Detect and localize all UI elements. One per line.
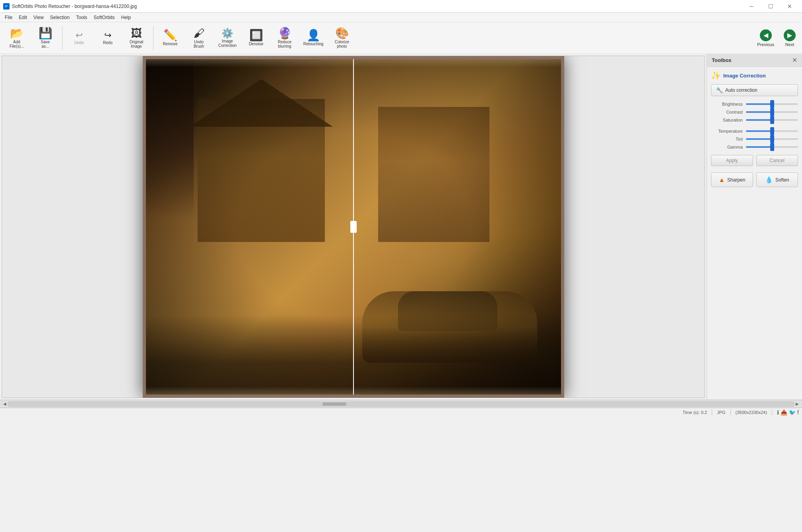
toolbox-title: Toolbox bbox=[712, 57, 732, 63]
panel-header: ✨ Image Correction bbox=[711, 71, 798, 80]
window-controls: ─ ☐ ✕ bbox=[742, 0, 799, 13]
menu-selection[interactable]: Selection bbox=[47, 14, 73, 21]
save-as-button[interactable]: 💾 Save as... bbox=[32, 25, 59, 52]
sharpen-button[interactable]: ▲ Sharpen bbox=[711, 172, 753, 187]
undo-brush-button[interactable]: 🖌 Undo Brush bbox=[185, 25, 212, 52]
apply-button[interactable]: Apply bbox=[711, 155, 753, 166]
close-button[interactable]: ✕ bbox=[781, 0, 799, 13]
image-correction-panel: ✨ Image Correction 🔧 Auto correction Bri… bbox=[707, 67, 802, 400]
title-bar: P SoftOrbits Photo Retoucher - borgward-… bbox=[0, 0, 802, 13]
menu-help[interactable]: Help bbox=[118, 14, 134, 21]
brightness-thumb[interactable] bbox=[770, 100, 774, 108]
add-files-button[interactable]: 📂 Add File(s)... bbox=[3, 25, 30, 52]
canvas-area[interactable] bbox=[2, 56, 705, 398]
menu-view[interactable]: View bbox=[30, 14, 47, 21]
gamma-label: Gamma bbox=[711, 145, 743, 149]
time-status: Time (s): 0.2 bbox=[683, 410, 707, 415]
effect-row: ▲ Sharpen 💧 Soften bbox=[711, 172, 798, 187]
wand-icon: 🔧 bbox=[716, 87, 723, 93]
toolbox-header: Toolbox ✕ bbox=[707, 54, 802, 67]
image-correction-panel-icon: ✨ bbox=[711, 71, 721, 80]
sharpen-icon: ▲ bbox=[718, 176, 725, 184]
brightness-row: Brightness bbox=[711, 102, 798, 106]
colorize-photo-icon: 🎨 bbox=[335, 28, 349, 39]
scroll-track[interactable] bbox=[8, 402, 794, 406]
menu-tools[interactable]: Tools bbox=[73, 14, 90, 21]
saturation-thumb[interactable] bbox=[770, 116, 774, 124]
horizontal-scrollbar[interactable]: ◀ ▶ bbox=[0, 400, 802, 408]
scroll-right-button[interactable]: ▶ bbox=[794, 401, 800, 407]
undo-brush-icon: 🖌 bbox=[193, 28, 204, 39]
scroll-thumb[interactable] bbox=[322, 402, 346, 406]
original-image-button[interactable]: 🖼 Original Image bbox=[123, 25, 150, 52]
gamma-slider[interactable] bbox=[746, 146, 798, 148]
status-sep-1 bbox=[712, 410, 712, 415]
status-sep-2 bbox=[730, 410, 731, 415]
status-icons: ℹ 📤 🐦 f bbox=[777, 409, 799, 416]
share-icon[interactable]: 📤 bbox=[781, 409, 787, 416]
brightness-slider[interactable] bbox=[746, 103, 798, 105]
retouching-icon: 👤 bbox=[307, 30, 320, 41]
tint-slider[interactable] bbox=[746, 138, 798, 140]
split-handle[interactable] bbox=[350, 221, 357, 233]
toolbox-panel: Toolbox ✕ ✨ Image Correction 🔧 Auto corr… bbox=[707, 54, 802, 400]
photo-display bbox=[143, 56, 564, 398]
image-correction-icon: ⚙️ bbox=[221, 29, 233, 38]
tint-row: Tint bbox=[711, 137, 798, 141]
maximize-button[interactable]: ☐ bbox=[761, 0, 780, 13]
saturation-slider[interactable] bbox=[746, 119, 798, 121]
colorize-photo-button[interactable]: 🎨 Colorize photo bbox=[328, 25, 355, 52]
image-correction-button[interactable]: ⚙️ Image Correction bbox=[214, 25, 241, 52]
soften-button[interactable]: 💧 Soften bbox=[756, 172, 798, 187]
retouching-button[interactable]: 👤 Retouching bbox=[300, 25, 327, 52]
soften-icon: 💧 bbox=[765, 176, 773, 184]
reduce-blurring-icon: 🔮 bbox=[278, 28, 292, 39]
temperature-thumb[interactable] bbox=[770, 127, 774, 135]
toolbar-separator-2 bbox=[153, 26, 153, 50]
image-correction-panel-title: Image Correction bbox=[723, 73, 766, 79]
undo-button[interactable]: ↩ Undo bbox=[66, 25, 93, 52]
tint-thumb[interactable] bbox=[770, 135, 774, 143]
original-image-icon: 🖼 bbox=[131, 28, 142, 39]
title-bar-left: P SoftOrbits Photo Retoucher - borgward-… bbox=[3, 3, 137, 10]
menu-softorbits[interactable]: SoftOrbits bbox=[90, 14, 118, 21]
minimize-button[interactable]: ─ bbox=[742, 0, 761, 13]
contrast-thumb[interactable] bbox=[770, 108, 774, 116]
next-arrow-icon: ▶ bbox=[784, 29, 796, 41]
temperature-slider[interactable] bbox=[746, 130, 798, 132]
gamma-thumb[interactable] bbox=[770, 143, 774, 151]
toolbox-close-button[interactable]: ✕ bbox=[792, 56, 797, 64]
remove-icon: ✏️ bbox=[163, 30, 177, 41]
menu-edit[interactable]: Edit bbox=[16, 14, 30, 21]
cancel-button[interactable]: Cancel bbox=[756, 155, 798, 166]
add-files-icon: 📂 bbox=[10, 28, 24, 39]
tint-label: Tint bbox=[711, 137, 743, 141]
reduce-blurring-button[interactable]: 🔮 Reduce blurring bbox=[271, 25, 298, 52]
apply-cancel-row: Apply Cancel bbox=[711, 155, 798, 166]
info-icon[interactable]: ℹ bbox=[777, 409, 779, 416]
contrast-row: Contrast bbox=[711, 110, 798, 114]
gamma-row: Gamma bbox=[711, 145, 798, 149]
contrast-slider[interactable] bbox=[746, 111, 798, 113]
gamma-fill bbox=[746, 146, 772, 148]
twitter-icon[interactable]: 🐦 bbox=[789, 409, 796, 416]
remove-button[interactable]: ✏️ Remove bbox=[157, 25, 184, 52]
menu-file[interactable]: File bbox=[2, 14, 16, 21]
spacer-1 bbox=[711, 126, 798, 129]
undo-icon: ↩ bbox=[76, 31, 83, 40]
save-as-icon: 💾 bbox=[39, 28, 52, 39]
window-title: SoftOrbits Photo Retoucher - borgward-ha… bbox=[12, 4, 137, 9]
saturation-label: Saturation bbox=[711, 118, 743, 122]
temperature-row: Temperature bbox=[711, 129, 798, 133]
brightness-label: Brightness bbox=[711, 102, 743, 106]
facebook-icon[interactable]: f bbox=[797, 409, 799, 416]
temperature-fill bbox=[746, 130, 772, 132]
redo-icon: ↪ bbox=[104, 31, 111, 40]
denoise-button[interactable]: 🔲 Denoise bbox=[243, 25, 270, 52]
next-button[interactable]: ▶ Next bbox=[781, 28, 799, 48]
previous-button[interactable]: ◀ Previous bbox=[754, 28, 777, 48]
redo-button[interactable]: ↪ Redo bbox=[94, 25, 121, 52]
auto-correction-button[interactable]: 🔧 Auto correction bbox=[711, 84, 798, 96]
scroll-left-button[interactable]: ◀ bbox=[2, 401, 8, 407]
contrast-fill bbox=[746, 111, 772, 113]
